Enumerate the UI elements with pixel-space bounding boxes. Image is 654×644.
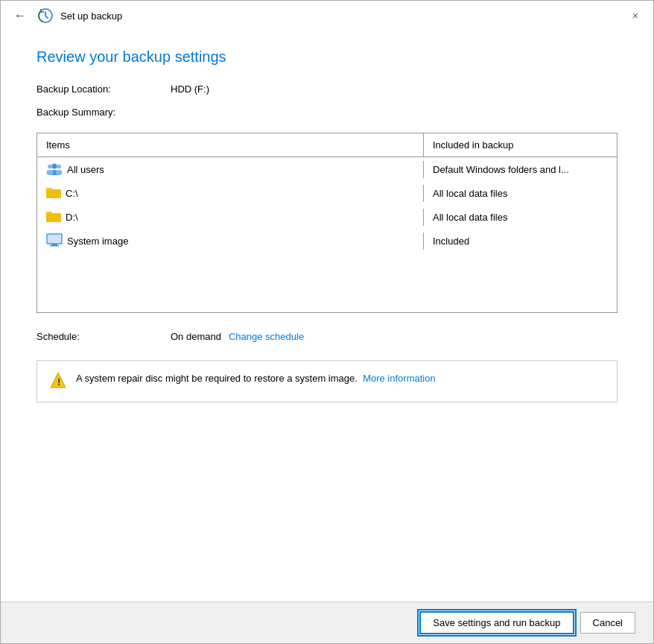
- include-cell-sysimage: Included: [423, 233, 617, 250]
- title-bar: ← Set up backup ×: [1, 1, 653, 31]
- svg-rect-14: [48, 235, 61, 243]
- backup-table: Items Included in backup: [36, 133, 618, 313]
- include-cell-d: All local data files: [423, 209, 617, 226]
- save-run-backup-button[interactable]: Save settings and run backup: [419, 611, 574, 634]
- table-row: All users Default Windows folders and l.…: [37, 157, 617, 181]
- window: ← Set up backup × Review your backup set…: [0, 0, 654, 644]
- table-header: Items Included in backup: [37, 133, 617, 157]
- folder-icon-c: [46, 186, 61, 201]
- item-label-c: C:\: [66, 188, 78, 199]
- svg-rect-16: [50, 245, 59, 247]
- svg-rect-12: [46, 213, 61, 222]
- svg-point-5: [57, 164, 61, 168]
- svg-point-1: [52, 163, 57, 168]
- item-cell-c: C:\: [37, 183, 423, 203]
- svg-rect-9: [46, 189, 61, 198]
- monitor-icon: [46, 233, 63, 249]
- table-spacer: [37, 253, 617, 312]
- schedule-value: On demand: [171, 331, 221, 342]
- backup-location-row: Backup Location: HDD (F:): [36, 83, 618, 95]
- svg-point-6: [56, 170, 63, 175]
- change-schedule-link[interactable]: Change schedule: [229, 331, 304, 342]
- footer: Save settings and run backup Cancel: [1, 602, 653, 643]
- folder-icon-d: [46, 210, 61, 224]
- item-label-d: D:\: [66, 212, 78, 223]
- users-icon: [46, 162, 63, 177]
- backup-summary-row: Backup Summary:: [36, 107, 618, 118]
- col-header-items: Items: [37, 133, 423, 157]
- backup-summary-label: Backup Summary:: [36, 107, 171, 118]
- table-row: C:\ All local data files: [37, 181, 617, 205]
- col-header-included: Included in backup: [423, 133, 617, 157]
- schedule-label: Schedule:: [36, 331, 171, 342]
- item-label-sysimage: System image: [67, 236, 128, 247]
- schedule-row: Schedule: On demand Change schedule: [36, 331, 618, 342]
- svg-point-3: [48, 164, 52, 168]
- page-title: Review your backup settings: [36, 48, 618, 66]
- table-row: System image Included: [37, 229, 617, 253]
- backup-icon: [36, 7, 54, 25]
- content-area: Review your backup settings Backup Locat…: [1, 31, 653, 602]
- svg-rect-15: [51, 244, 57, 245]
- table-row: D:\ All local data files: [37, 205, 617, 229]
- window-title: Set up backup: [60, 10, 122, 22]
- warning-box: ! A system repair disc might be required…: [36, 360, 618, 402]
- item-cell-sysimage: System image: [37, 230, 423, 252]
- cancel-button[interactable]: Cancel: [580, 612, 635, 634]
- svg-text:!: !: [57, 376, 60, 388]
- include-cell-c: All local data files: [423, 185, 617, 202]
- item-label-allusers: All users: [67, 164, 104, 175]
- backup-location-label: Backup Location:: [36, 83, 171, 95]
- warning-text: A system repair disc might be required t…: [76, 371, 436, 386]
- more-info-link[interactable]: More information: [363, 373, 436, 384]
- item-cell-allusers: All users: [37, 159, 423, 180]
- include-cell-allusers: Default Windows folders and l...: [423, 161, 617, 178]
- title-bar-left: ← Set up backup: [10, 7, 122, 25]
- item-cell-d: D:\: [37, 207, 423, 227]
- warning-icon: !: [49, 371, 67, 391]
- back-button[interactable]: ←: [10, 7, 31, 24]
- backup-location-value: HDD (F:): [171, 83, 209, 95]
- svg-point-4: [47, 170, 54, 175]
- close-button[interactable]: ×: [626, 9, 644, 22]
